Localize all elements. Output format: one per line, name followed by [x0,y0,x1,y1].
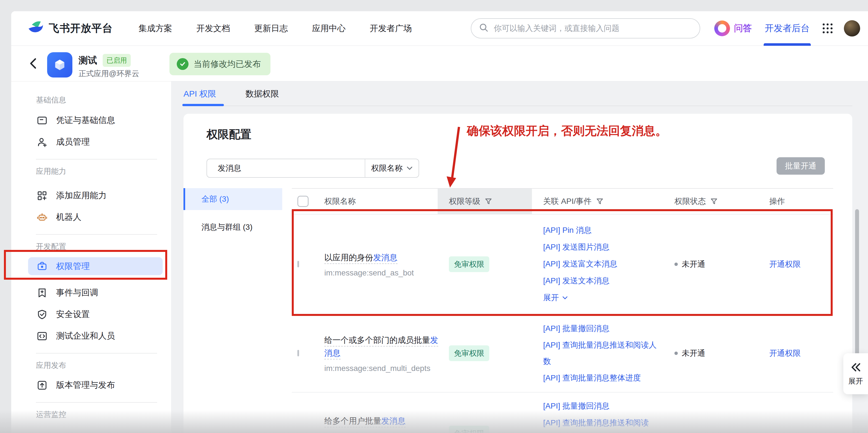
sidebar-item-label: 凭证与基础信息 [56,115,115,126]
sidebar-divider [36,402,157,403]
sidebar-divider [36,159,157,160]
sidebar-item-permissions[interactable]: 权限管理 [28,257,163,275]
back-button[interactable] [28,56,39,71]
sidebar-section-basic: 基础信息 [36,94,171,106]
sidebar-item-credentials[interactable]: 凭证与基础信息 [36,110,171,131]
filter-icon[interactable] [596,198,603,205]
open-permission-link[interactable]: 开通权限 [758,259,833,269]
sidebar-item-label: 权限管理 [56,261,90,272]
sidebar-divider [36,353,157,353]
filter-field-select[interactable]: 权限名称 [365,159,418,177]
sidebar-section-monitor: 运营监控 [36,409,171,420]
col-related-api[interactable]: 关联 API/事件 [532,196,663,207]
sidebar-item-label: 机器人 [56,211,81,223]
active-tab-underline [764,43,811,46]
feishu-logo-icon [27,19,44,38]
status-dot-icon [675,352,678,355]
global-search[interactable] [471,18,700,38]
api-link[interactable]: [API] 查询批量消息推送和阅读人数 [543,337,661,370]
sidebar-section-dev-config: 开发配置 [36,241,171,252]
sidebar-item-label: 安全设置 [56,309,90,320]
apps-grid-icon[interactable] [822,22,834,34]
sidebar-item-version-release[interactable]: 版本管理与发布 [36,374,171,396]
permission-search-input[interactable] [207,159,365,177]
app-title: 测试 [79,54,97,67]
vertical-scrollbar[interactable] [855,209,859,355]
filter-icon[interactable] [710,198,718,205]
robot-icon [36,212,48,223]
nav-item-dev-plaza[interactable]: 开发者广场 [370,23,412,34]
open-permission-link[interactable]: 开通权限 [758,348,833,358]
permission-name-cell: 给多个用户批量发消息 [320,393,438,427]
nav-item-dev-console[interactable]: 开发者后台 [765,11,810,46]
expand-api-list[interactable]: 展开 [543,289,663,306]
status-text: 未开通 [682,348,705,358]
filter-icon[interactable] [485,198,492,205]
nav-item-app-center[interactable]: 应用中心 [312,23,346,34]
event-callback-icon [36,287,48,298]
sidebar-item-members[interactable]: 成员管理 [36,131,171,153]
api-link[interactable]: [API] 发送富文本消息 [543,256,663,272]
double-chevron-left-icon [849,362,862,373]
avatar[interactable] [844,20,860,36]
sidebar-item-security[interactable]: 安全设置 [36,304,171,325]
status-cell: 未开通 [663,259,758,269]
app-window: 飞书开放平台 集成方案 开发文档 更新日志 应用中心 开发者广场 问答 [11,11,868,433]
app-title-row: 测试 已启用 [79,54,131,67]
sidebar-item-test-enterprise[interactable]: 测试企业和人员 [36,325,171,347]
feishu-logo[interactable]: 飞书开放平台 [27,19,113,38]
sidebar-section-capability: 应用能力 [36,166,171,177]
api-link[interactable]: [API] 查询批量消息整体进度 [543,370,663,386]
nav-item-solutions[interactable]: 集成方案 [138,23,172,34]
tabs-separator [184,106,852,106]
status-cell: 未开通 [663,348,758,358]
sidebar-item-add-capability[interactable]: 添加应用能力 [36,185,171,206]
search-input[interactable] [494,24,692,33]
permission-scope: im:message:send_as_bot [324,268,438,278]
permission-name-cell: 给一个或多个部门的成员批量发消息 im:message:send_multi_d… [320,334,438,373]
sidebar-item-label: 版本管理与发布 [56,379,115,391]
table-row: 以应用的身份发消息 im:message:send_as_bot 免审权限 [A… [292,214,833,315]
category-all[interactable]: 全部 (3) [184,188,282,210]
qa-entry[interactable]: 问答 [714,21,752,36]
status-text: 未开通 [682,259,705,269]
permission-scope: im:message:send_multi_depts [324,364,438,373]
chevron-down-icon [406,166,413,170]
check-circle-icon [177,58,188,70]
tab-api-permission[interactable]: API 权限 [184,88,216,100]
permission-name[interactable]: 给一个或多个部门的成员批量发消息 [324,336,438,359]
publish-status-pill: 当前修改均已发布 [169,53,271,75]
permission-card: 权限配置 权限名称 批量开通 全部 (3) 消息与群组 (3) [184,114,852,433]
sidebar-section-release: 应用发布 [36,360,171,371]
api-link[interactable]: [API] 发送文本消息 [543,272,663,289]
sidebar-item-events[interactable]: 事件与回调 [36,282,171,304]
col-action: 操作 [758,196,833,207]
nav-item-docs[interactable]: 开发文档 [196,23,230,34]
api-link[interactable]: [API] 批量撤回消息 [543,320,663,337]
api-link[interactable]: [API] 查询批量消息推送和阅读 [543,414,663,431]
row-checkbox[interactable] [298,350,299,356]
tab-data-permission[interactable]: 数据权限 [246,88,279,100]
sidebar-item-bot[interactable]: 机器人 [36,206,171,228]
expand-panel-label: 展开 [848,376,863,386]
select-all-checkbox[interactable] [298,196,309,207]
api-link[interactable]: [API] 批量撤回消息 [543,398,663,414]
chevron-down-icon [562,296,568,299]
api-link[interactable]: [API] Pin 消息 [543,222,663,239]
api-list: [API] 批量撤回消息 [API] 查询批量消息推送和阅读人数 [API] 查… [532,315,663,392]
content: 基础信息 凭证与基础信息 [11,81,868,433]
row-checkbox[interactable] [298,261,299,267]
expand-side-panel[interactable]: 展开 [843,353,868,394]
search-icon [478,23,489,34]
col-permission-level[interactable]: 权限等级 [438,189,532,214]
app-header: 测试 已启用 正式应用@环界云 当前修改均已发布 [11,46,868,81]
permission-name[interactable]: 给多个用户批量发消息 [324,416,406,427]
sidebar-item-label: 测试企业和人员 [56,330,115,342]
category-message-group[interactable]: 消息与群组 (3) [184,216,282,238]
level-badge: 免审权限 [449,426,489,433]
api-link[interactable]: [API] 发送图片消息 [543,239,663,256]
permission-name[interactable]: 以应用的身份发消息 [324,253,398,264]
nav-item-changelog[interactable]: 更新日志 [254,23,288,34]
col-permission-status[interactable]: 权限状态 [663,196,758,207]
bulk-open-button[interactable]: 批量开通 [777,157,825,175]
